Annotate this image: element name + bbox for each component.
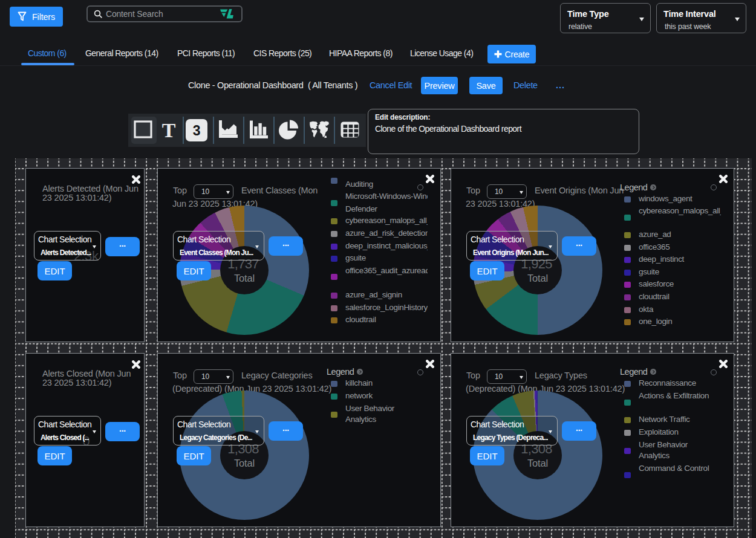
- svg-text:3: 3: [193, 123, 201, 138]
